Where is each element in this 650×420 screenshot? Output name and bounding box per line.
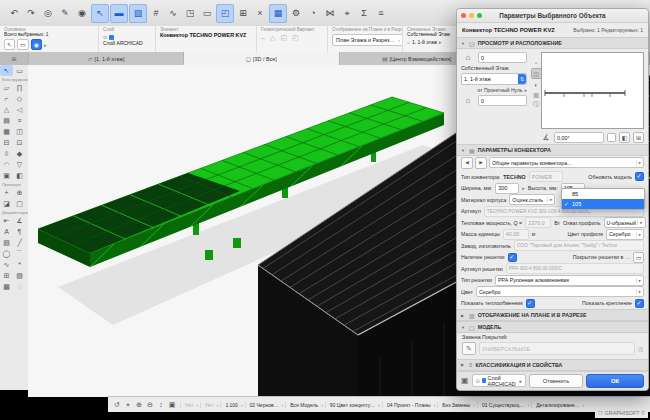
grille-coating-button[interactable]: ▭ — [633, 252, 644, 263]
design-tool[interactable]: ▤ — [0, 115, 13, 126]
design-tool[interactable]: ▣ — [0, 170, 13, 181]
project-plans-select[interactable]: 04 Проект - Планы — [382, 402, 437, 408]
bottom-offset-field[interactable]: 0 — [478, 95, 527, 106]
coating-paint-button[interactable]: ✎ — [462, 342, 476, 355]
design-tool[interactable]: ◆ — [13, 148, 26, 159]
dialog-titlebar[interactable]: Параметры Выбранного Объекта — [457, 9, 648, 23]
section-preview-position[interactable]: ▼ ◲ ПРОСМОТР И РАСПОЛОЖЕНИЕ — [457, 37, 648, 49]
fit-in-window-icon[interactable]: ⋈ — [322, 5, 338, 22]
grille-checkbox[interactable] — [508, 253, 517, 262]
document-tool[interactable]: ▩ — [0, 281, 13, 292]
geometry-variant-1-icon[interactable]: ⌐ — [261, 35, 265, 42]
document-tool[interactable]: ¶ — [13, 226, 26, 237]
reference-level-select[interactable]: от Проектный Нуль ▸ — [461, 87, 527, 93]
tab-3d-all[interactable]: ◻[3D / Все] — [184, 52, 339, 65]
width-options-icon[interactable]: ▸ — [522, 185, 525, 191]
model-filter-select[interactable]: Вся Модель — [285, 402, 325, 408]
marquee-tool-chip[interactable]: ▭ — [17, 39, 29, 50]
section-convector-parameters[interactable]: ▼ ▤ ПАРАМЕТРЫ КОНВЕКТОРА — [457, 144, 648, 156]
pen-set-select[interactable]: 02 Чернов… — [245, 402, 286, 408]
grid-display-icon[interactable]: ⊞ — [235, 5, 251, 22]
document-tool[interactable]: ⌒ — [13, 248, 26, 259]
autosave-icon[interactable]: ◔ — [305, 5, 321, 22]
snap-points-icon[interactable]: ◳ — [182, 5, 198, 22]
layer-select[interactable]: ⊙ Слой ARCHICAD — [472, 374, 526, 387]
arrow-tool[interactable]: ↖ — [0, 65, 13, 76]
show-mount-checkbox[interactable] — [635, 299, 644, 308]
document-tool[interactable]: ◌ — [13, 281, 26, 292]
pick-up-parameters-icon[interactable]: ✎ — [57, 5, 73, 22]
previous-page-button[interactable]: ◀ — [461, 157, 473, 169]
design-tool[interactable]: ∏ — [13, 82, 26, 93]
inject-parameters-icon[interactable]: ◉ — [74, 5, 90, 22]
parameter-page-select[interactable]: Общие параметры конвектора… — [489, 157, 644, 168]
undo-icon[interactable]: ↶ — [6, 5, 22, 22]
profile-color-select[interactable]: Серебро — [606, 229, 644, 240]
more-arrow-icon[interactable]: ▸ — [44, 42, 47, 48]
layer-select[interactable]: 90 Цвет концепту… — [325, 402, 382, 408]
home-story-select[interactable]: 1. 1-й этаж ⇅ — [461, 73, 527, 85]
marquee-tool-icon[interactable]: ▬ — [110, 4, 128, 23]
geometry-variant-4-icon[interactable]: ◰ — [292, 34, 299, 42]
document-tool[interactable]: ⇤ — [0, 215, 13, 226]
pan-icon[interactable]: ↕ — [156, 401, 166, 409]
orbit-icon[interactable]: ↺ — [112, 401, 122, 409]
detail-level-select[interactable]: Детализированн… — [531, 402, 586, 408]
transfer-settings-icon[interactable]: ◎ — [40, 5, 56, 22]
story-arrow-icon[interactable]: ▸ — [439, 39, 442, 45]
document-tool[interactable]: ⊞ — [0, 270, 13, 281]
cancel-button[interactable]: Отменить — [529, 374, 583, 388]
preview-plan-icon[interactable]: ▫ — [532, 58, 541, 67]
design-tool[interactable]: ◫ — [13, 126, 26, 137]
preview-section-icon[interactable]: ▥ — [532, 90, 541, 99]
section-model[interactable]: ▼ ▢ МОДЕЛЬ — [457, 321, 648, 333]
element-name[interactable]: Конвектор TECHNO POWER KVZ — [160, 32, 252, 38]
coating-pick-icon[interactable]: ◳ — [638, 346, 643, 352]
selection-filter-icon[interactable]: ▧ — [129, 4, 147, 23]
override-select[interactable]: Без Замены — [437, 402, 477, 408]
design-tool[interactable]: ⊟ — [0, 137, 13, 148]
sum-icon[interactable]: Σ — [356, 5, 372, 22]
document-tool[interactable]: ∡ — [13, 215, 26, 226]
marquee-tool[interactable]: ▭ — [13, 65, 26, 76]
top-offset-field[interactable]: 0 — [478, 52, 527, 63]
magic-wand-icon[interactable]: ▦ — [269, 4, 287, 23]
profile-select[interactable]: U-образный — [604, 217, 646, 228]
document-tool[interactable]: ▧ — [13, 270, 26, 281]
guide-lines-icon[interactable]: ∿ — [165, 5, 181, 22]
mirror-checkbox[interactable] — [607, 133, 616, 142]
quick-layers-icon[interactable]: ≡ — [373, 5, 389, 22]
arrow-tool-chip[interactable]: ↖ — [4, 39, 15, 50]
view-tool[interactable]: ◪ — [0, 198, 13, 209]
preview-3d-icon[interactable]: ◐ — [532, 80, 541, 89]
home-story-value[interactable]: 1. 1-й этаж — [412, 39, 437, 45]
tab-floor-plan[interactable]: ▱[1. 1-й этаж] — [29, 52, 184, 65]
design-tool[interactable]: △ — [0, 104, 13, 115]
document-tool[interactable]: ◯ — [0, 248, 13, 259]
fit-view-icon[interactable]: ▣ — [167, 401, 177, 409]
design-tool[interactable]: ▱ — [0, 82, 13, 93]
document-tool[interactable]: ▨ — [0, 237, 13, 248]
options-icon[interactable]: ⚙ — [288, 5, 304, 22]
arrow-tool-icon[interactable]: ↖ — [91, 4, 109, 23]
gravity-icon[interactable]: ◰ — [216, 4, 234, 23]
document-tool[interactable]: ∿ — [0, 259, 13, 270]
design-tool[interactable]: ◧ — [13, 170, 26, 181]
section-classification[interactable]: ▶ ≡ КЛАССИФИКАЦИЯ И СВОЙСТВА — [457, 359, 648, 371]
story-stepper-icon[interactable]: ⇅ — [518, 74, 526, 84]
redo-icon[interactable]: ↷ — [23, 5, 39, 22]
preview-info-icon[interactable]: ⓘ — [532, 100, 541, 109]
document-tool[interactable]: A — [0, 226, 13, 237]
design-tool[interactable]: ≡ — [13, 115, 26, 126]
snap-guides-icon[interactable]: ▭ — [199, 5, 215, 22]
ok-button[interactable]: ОК — [586, 374, 644, 388]
view-tool[interactable]: ⊕ — [13, 187, 26, 198]
geometry-variant-3-icon[interactable]: ◱ — [280, 34, 287, 42]
height-option-105-selected[interactable]: 105 — [562, 199, 644, 209]
update-model-checkbox[interactable] — [635, 172, 644, 181]
height-option-85[interactable]: 85 — [562, 189, 644, 199]
zoom-tool-icon[interactable]: ⌖ — [339, 5, 355, 22]
design-tool[interactable]: ◊ — [0, 148, 13, 159]
mirror-a-button[interactable]: ◧ — [619, 132, 630, 143]
view-tool[interactable]: + — [0, 187, 13, 198]
